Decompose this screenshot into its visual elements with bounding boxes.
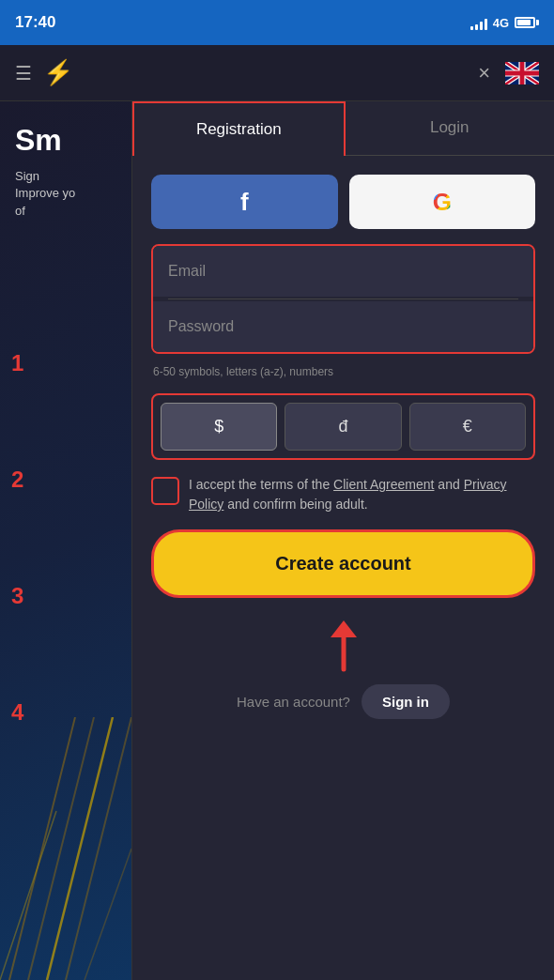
svg-line-3 (47, 717, 113, 980)
tabs-row: Registration Login (132, 101, 554, 156)
bg-title: Sm (15, 124, 116, 157)
status-time: 17:40 (15, 13, 55, 32)
bottom-section: Have an account? Sign in (132, 620, 554, 738)
sign-in-button[interactable]: Sign in (362, 684, 450, 719)
header-left: ☰ ⚡ (15, 58, 73, 87)
signal-bars-icon (470, 15, 487, 30)
svg-line-6 (85, 849, 131, 980)
terms-text: I accept the terms of the Client Agreeme… (189, 475, 535, 514)
app-header: ☰ ⚡ × (0, 45, 554, 101)
step-numbers: 1 2 3 4 (11, 350, 23, 726)
email-password-group (151, 244, 535, 354)
bg-subtitle: Sign Improve yo of (15, 168, 116, 220)
battery-icon (515, 17, 539, 28)
page-wrapper: Sm Sign Improve yo of 1 2 3 4 (0, 101, 554, 980)
password-field[interactable] (153, 301, 533, 352)
svg-line-2 (28, 717, 94, 980)
have-account-row: Have an account? Sign in (237, 684, 450, 719)
google-login-button[interactable]: G (349, 175, 536, 229)
tab-registration[interactable]: Registration (132, 101, 346, 156)
close-icon[interactable]: × (478, 61, 490, 85)
currency-selector: $ đ € (151, 393, 535, 460)
step-1: 1 (11, 350, 23, 376)
input-divider (168, 299, 518, 299)
decorative-lines (0, 717, 131, 980)
step-2: 2 (11, 467, 23, 493)
status-icons: 4G (470, 15, 539, 30)
have-account-text: Have an account? (237, 694, 350, 710)
terms-row: I accept the terms of the Client Agreeme… (151, 475, 535, 514)
arrow-up-icon (327, 620, 361, 677)
svg-marker-8 (331, 620, 357, 637)
client-agreement-link[interactable]: Client Agreement (333, 477, 434, 492)
modal-content: f G 6-50 symbols, letters (a-z), numbers… (132, 156, 554, 620)
currency-eur-button[interactable]: € (409, 403, 526, 451)
social-row: f G (151, 175, 535, 229)
network-label: 4G (493, 16, 509, 30)
terms-checkbox[interactable] (151, 477, 179, 505)
modal-panel: Registration Login f G (131, 101, 554, 980)
uk-flag-icon (505, 62, 539, 84)
password-hint: 6-50 symbols, letters (a-z), numbers (151, 365, 535, 378)
bg-panel: Sm Sign Improve yo of 1 2 3 4 (0, 101, 131, 980)
tab-login[interactable]: Login (346, 101, 555, 155)
step-3: 3 (11, 583, 23, 609)
facebook-login-button[interactable]: f (151, 175, 338, 229)
currency-usd-button[interactable]: $ (161, 403, 277, 451)
email-field[interactable] (153, 246, 533, 297)
hamburger-icon[interactable]: ☰ (15, 62, 32, 84)
status-bar: 17:40 4G (0, 0, 554, 45)
svg-line-5 (0, 811, 56, 980)
create-account-button[interactable]: Create account (151, 529, 535, 598)
facebook-icon: f (240, 188, 249, 217)
google-icon: G (433, 188, 452, 217)
svg-line-1 (9, 717, 75, 980)
bolt-logo-icon: ⚡ (43, 58, 73, 87)
header-right: × (478, 61, 539, 85)
currency-vnd-button[interactable]: đ (285, 403, 401, 451)
